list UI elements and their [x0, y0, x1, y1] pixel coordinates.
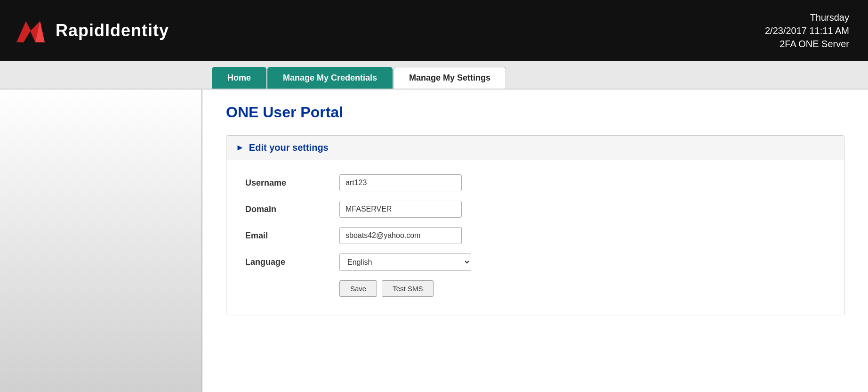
datetime-display: Thursday 2/23/2017 11:11 AM 2FA ONE Serv… [765, 11, 849, 50]
expand-triangle-icon: ► [236, 143, 244, 153]
email-input[interactable] [339, 227, 462, 244]
page-title: ONE User Portal [226, 104, 844, 121]
email-row: Email [245, 227, 825, 244]
app-header: RapidIdentity Thursday 2/23/2017 11:11 A… [0, 0, 868, 61]
settings-body: Username Domain Email Language En [226, 160, 844, 316]
language-select[interactable]: English Spanish French German [339, 253, 471, 271]
settings-panel: ► Edit your settings Username Domain Ema… [226, 135, 844, 316]
main-content: ONE User Portal ► Edit your settings Use… [202, 90, 868, 392]
tabs-bar: Home Manage My Credentials Manage My Set… [0, 61, 868, 90]
tab-manage-credentials[interactable]: Manage My Credentials [267, 67, 393, 89]
save-button[interactable]: Save [339, 280, 377, 297]
tab-manage-credentials-label: Manage My Credentials [283, 73, 377, 83]
datetime-line1: Thursday [765, 11, 849, 24]
username-input[interactable] [339, 174, 462, 191]
settings-header[interactable]: ► Edit your settings [226, 136, 844, 160]
logo-area: RapidIdentity [14, 16, 169, 45]
tab-manage-settings-label: Manage My Settings [409, 73, 490, 83]
logo-icon [14, 16, 47, 45]
test-sms-button[interactable]: Test SMS [382, 280, 434, 297]
form-buttons: Save Test SMS [339, 280, 825, 297]
tab-manage-settings[interactable]: Manage My Settings [394, 67, 506, 89]
domain-input[interactable] [339, 201, 462, 218]
domain-label: Domain [245, 204, 339, 214]
sidebar [0, 90, 202, 392]
username-row: Username [245, 174, 825, 191]
tab-home-label: Home [227, 73, 251, 83]
username-label: Username [245, 178, 339, 188]
datetime-line2: 2/23/2017 11:11 AM [765, 24, 849, 37]
svg-marker-0 [16, 21, 31, 42]
datetime-line3: 2FA ONE Server [765, 37, 849, 50]
domain-row: Domain [245, 201, 825, 218]
language-label: Language [245, 257, 339, 267]
main-layout: ONE User Portal ► Edit your settings Use… [0, 90, 868, 392]
app-title: RapidIdentity [56, 21, 169, 41]
settings-section-label: Edit your settings [249, 142, 329, 153]
email-label: Email [245, 231, 339, 241]
tab-home[interactable]: Home [212, 67, 266, 89]
language-row: Language English Spanish French German [245, 253, 825, 271]
